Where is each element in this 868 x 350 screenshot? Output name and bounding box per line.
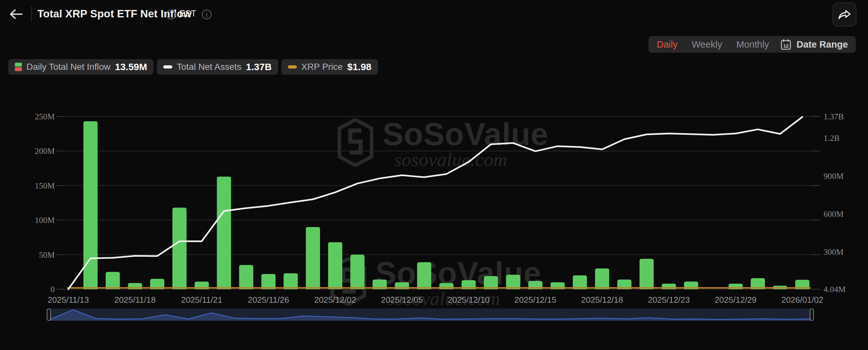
right-axis-label: 600M	[824, 209, 843, 219]
tab-monthly[interactable]: Monthly	[736, 39, 769, 50]
info-icon[interactable]: i	[201, 9, 212, 20]
calendar-icon: 12	[780, 39, 792, 50]
legend-value: $1.98	[347, 62, 371, 72]
legend-label: XRP Price	[301, 62, 343, 72]
legend-item-price[interactable]: XRP Price $1.98	[281, 59, 378, 75]
inflow-bar[interactable]	[239, 265, 253, 289]
x-axis-label: 2025/12/10	[448, 295, 490, 305]
share-button[interactable]	[833, 3, 857, 26]
x-axis-label: 2025/11/26	[248, 295, 289, 305]
gold-line-icon	[288, 65, 297, 69]
left-axis-label: 0	[51, 285, 55, 294]
scrubber-handle-right[interactable]	[810, 309, 814, 320]
x-axis-label: 2025/12/05	[381, 295, 423, 305]
inflow-bar[interactable]	[417, 262, 431, 289]
legend-label: Total Net Assets	[177, 62, 242, 72]
legend-value: 13.59M	[115, 62, 147, 72]
inflow-bar[interactable]	[105, 272, 120, 289]
right-axis-label: 1.37B	[824, 112, 844, 121]
inflow-bar[interactable]	[306, 227, 320, 289]
legend-value: 1.37B	[246, 62, 272, 72]
share-icon	[838, 9, 851, 20]
tab-daily[interactable]: Daily	[657, 39, 677, 50]
x-axis-label: 2025/12/15	[515, 295, 556, 305]
xrp-etf-dashboard: SoSoValue sosovalue.com SoSoValue sosova…	[0, 0, 868, 350]
right-axis-label: 300M	[824, 247, 843, 257]
left-axis-label: 250M	[35, 112, 55, 121]
right-axis-label: 900M	[824, 171, 843, 181]
legend-item-assets[interactable]: Total Net Assets 1.37B	[157, 59, 278, 75]
x-axis-label: 2025/12/29	[715, 295, 756, 305]
x-axis-label: 2026/01/02	[781, 295, 823, 305]
legend-label: Daily Total Net Inflow	[26, 62, 111, 72]
x-axis-label: 2025/11/18	[114, 295, 156, 305]
white-line-icon	[163, 65, 172, 69]
x-axis-label: 2025/12/02	[314, 295, 356, 305]
x-axis-label: 2025/11/21	[181, 295, 222, 305]
x-axis-label: 2025/12/18	[581, 295, 623, 305]
chart-legend: Daily Total Net Inflow 13.59M Total Net …	[8, 59, 378, 75]
info-icon[interactable]: i	[165, 9, 177, 20]
date-range-label: Date Range	[797, 39, 848, 50]
left-axis-label: 200M	[35, 146, 55, 156]
legend-item-inflow[interactable]: Daily Total Net Inflow 13.59M	[8, 59, 154, 75]
date-range-button[interactable]: 12 Date Range	[773, 36, 856, 53]
header: Total XRP Spot ETF Net Inflow i EST i	[0, 0, 868, 29]
right-axis-label: 4.04M	[824, 285, 846, 294]
inflow-bar[interactable]	[261, 274, 276, 289]
svg-text:i: i	[170, 11, 172, 18]
scrubber-handle-left[interactable]	[47, 309, 51, 320]
inflow-bar[interactable]	[573, 275, 587, 289]
x-axis-label: 2025/11/13	[48, 295, 89, 305]
inflow-bar[interactable]	[350, 255, 365, 289]
svg-text:i: i	[206, 11, 208, 18]
left-axis-label: 150M	[35, 181, 55, 190]
period-tab-group: Daily Weekly Monthly	[648, 36, 778, 53]
inflow-bar[interactable]	[506, 275, 520, 289]
back-arrow-icon[interactable]	[9, 8, 23, 21]
inflow-bar[interactable]	[595, 269, 609, 289]
inflow-bar[interactable]	[284, 273, 298, 289]
header-divider	[31, 6, 32, 22]
inflow-bar[interactable]	[640, 259, 654, 289]
right-axis-label: 1.2B	[824, 134, 840, 143]
bar-series-icon	[15, 63, 22, 71]
left-axis-label: 100M	[35, 215, 55, 225]
inflow-bar[interactable]	[328, 242, 342, 289]
svg-text:12: 12	[783, 43, 789, 48]
left-axis-label: 50M	[39, 250, 55, 259]
timezone-label: EST	[179, 9, 196, 19]
inflow-bar[interactable]	[217, 177, 231, 289]
inflow-bar[interactable]	[172, 208, 186, 289]
tab-weekly[interactable]: Weekly	[691, 39, 722, 50]
x-axis-label: 2025/12/23	[648, 295, 690, 305]
